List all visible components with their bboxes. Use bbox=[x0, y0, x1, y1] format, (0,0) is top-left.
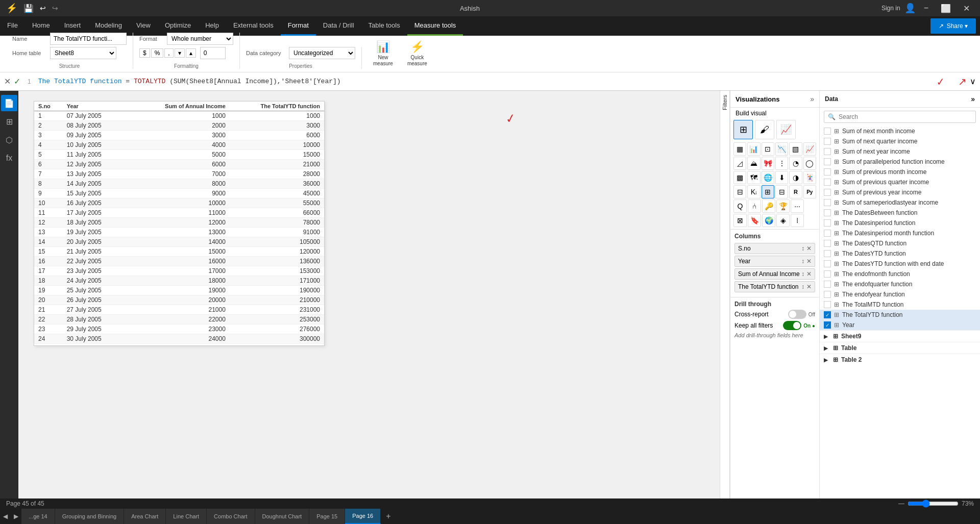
column-sno[interactable]: S.no ↕ ✕ bbox=[734, 243, 815, 254]
add-tab-button[interactable]: + bbox=[381, 509, 396, 524]
tab-grouping-binning[interactable]: Grouping and Binning bbox=[55, 509, 124, 524]
column-year-close-icon[interactable]: ✕ bbox=[806, 258, 812, 265]
data-item[interactable]: ⊞Sum of previous year income bbox=[820, 187, 980, 197]
tab-area-chart[interactable]: Area Chart bbox=[124, 509, 166, 524]
column-sno-close-icon[interactable]: ✕ bbox=[806, 245, 812, 252]
data-group-item[interactable]: ▶⊞Sheet9 bbox=[820, 330, 980, 342]
tab-next-button[interactable]: ▶ bbox=[11, 509, 21, 524]
redo-icon[interactable]: ↪ bbox=[52, 4, 58, 12]
data-item[interactable]: ⊞The endofyear function bbox=[820, 289, 980, 300]
column-ytd-close-icon[interactable]: ✕ bbox=[806, 283, 812, 290]
tab-prev-button[interactable]: ◀ bbox=[0, 509, 11, 524]
save-icon[interactable]: 💾 bbox=[23, 4, 34, 13]
data-item[interactable]: ⊞Sum of previous month income bbox=[820, 167, 980, 177]
viz-funnel-btn[interactable]: ⬇ bbox=[775, 171, 788, 184]
viz-expand-icon[interactable]: » bbox=[810, 95, 814, 103]
viz-map-btn[interactable]: 🗺 bbox=[747, 171, 760, 184]
viz-pie-btn[interactable]: ◔ bbox=[789, 157, 802, 170]
data-item[interactable]: ⊞The endofmonth function bbox=[820, 269, 980, 279]
sidebar-model-icon[interactable]: ⬡ bbox=[1, 132, 17, 148]
viz-dots-btn[interactable]: ⁞ bbox=[791, 214, 804, 227]
menu-format[interactable]: Format bbox=[281, 16, 316, 36]
column-annual-income[interactable]: Sum of Annual Income ↕ ✕ bbox=[734, 268, 815, 280]
viz-100col-btn[interactable]: ▧ bbox=[789, 142, 802, 156]
viz-bar-chart-btn[interactable]: 📊 bbox=[747, 142, 760, 156]
data-collapse-icon[interactable]: » bbox=[971, 95, 975, 103]
minimize-button[interactable]: − bbox=[920, 3, 933, 14]
viz-line-chart-btn[interactable]: 📈 bbox=[803, 142, 816, 156]
currency-dollar-btn[interactable]: $ bbox=[139, 48, 150, 58]
zoom-out-icon[interactable]: — bbox=[898, 500, 904, 507]
restore-button[interactable]: ⬜ bbox=[937, 3, 955, 14]
formula-expand-button[interactable]: ∨ bbox=[970, 77, 976, 86]
viz-gauge-btn[interactable]: ◑ bbox=[789, 171, 802, 184]
menu-table-tools[interactable]: Table tools bbox=[361, 16, 407, 36]
viz-100bar-btn[interactable]: ⊡ bbox=[762, 142, 774, 156]
sidebar-report-icon[interactable]: 📄 bbox=[1, 95, 17, 111]
data-item[interactable]: ⊞The DatesYTD function bbox=[820, 248, 980, 259]
filters-label[interactable]: Filters bbox=[722, 95, 728, 110]
viz-trophy-btn[interactable]: 🏆 bbox=[776, 199, 790, 213]
viz-bookmark-btn[interactable]: 🔖 bbox=[748, 214, 761, 227]
viz-ribbon-btn[interactable]: 🎀 bbox=[762, 157, 774, 170]
viz-treemap-btn[interactable]: ▩ bbox=[733, 171, 746, 184]
currency-decimal-up-btn[interactable]: ▴ bbox=[186, 48, 196, 58]
viz-scatter-btn[interactable]: ⋮ bbox=[775, 157, 788, 170]
user-icon[interactable]: 👤 bbox=[904, 3, 916, 14]
viz-area2-btn[interactable]: ⛰ bbox=[747, 157, 760, 170]
viz-table-btn[interactable]: ⊞ bbox=[733, 120, 753, 139]
viz-donut-btn[interactable]: ◯ bbox=[803, 157, 816, 170]
viz-r-btn[interactable]: R bbox=[789, 185, 802, 198]
menu-data-drill[interactable]: Data / Drill bbox=[316, 16, 361, 36]
currency-comma-btn[interactable]: , bbox=[164, 48, 173, 58]
column-income-close-icon[interactable]: ✕ bbox=[806, 270, 812, 278]
zoom-slider[interactable] bbox=[908, 500, 959, 508]
viz-filled-map-btn[interactable]: 🌐 bbox=[762, 171, 774, 184]
currency-percent-btn[interactable]: % bbox=[151, 48, 164, 58]
viz-stacked-bar-btn[interactable]: ▦ bbox=[733, 142, 746, 156]
data-item[interactable]: ✓⊞The TotalYTD function bbox=[820, 310, 980, 320]
column-year-sort-icon[interactable]: ↕ bbox=[801, 258, 804, 265]
sidebar-table-icon[interactable]: ⊞ bbox=[1, 113, 17, 130]
name-input[interactable] bbox=[50, 33, 127, 45]
viz-globe-btn[interactable]: 🌍 bbox=[762, 214, 775, 227]
viz-analytics-btn[interactable]: 📈 bbox=[776, 120, 796, 139]
tab-combo-chart[interactable]: Combo Chart bbox=[207, 509, 255, 524]
data-item[interactable]: ⊞Sum of sameperiodlastyear income bbox=[820, 197, 980, 208]
decimal-input[interactable] bbox=[200, 47, 226, 59]
viz-format-btn[interactable]: 🖌 bbox=[755, 120, 774, 139]
new-measure-button[interactable]: 📊 Newmeasure bbox=[368, 38, 398, 69]
home-table-select[interactable]: Sheet8 bbox=[50, 47, 116, 59]
viz-multirow-btn[interactable]: ⊟ bbox=[733, 185, 746, 198]
data-group-item[interactable]: ▶⊞Table bbox=[820, 342, 980, 354]
sidebar-dax-icon[interactable]: fx bbox=[1, 150, 17, 166]
viz-more-btn[interactable]: ··· bbox=[791, 199, 804, 213]
undo-icon[interactable]: ↩ bbox=[40, 4, 46, 12]
tab-line-chart[interactable]: Line Chart bbox=[166, 509, 207, 524]
tab-page14[interactable]: ...ge 14 bbox=[21, 509, 55, 524]
viz-decomp-btn[interactable]: ⑃ bbox=[748, 199, 761, 213]
data-item[interactable]: ⊞Sum of next quarter income bbox=[820, 136, 980, 146]
tab-page15[interactable]: Page 15 bbox=[309, 509, 345, 524]
data-item[interactable]: ⊞The DatesYTD function with end date bbox=[820, 259, 980, 269]
search-input[interactable] bbox=[824, 111, 976, 123]
data-item[interactable]: ⊞The endofquarter function bbox=[820, 279, 980, 289]
data-category-select[interactable]: Uncategorized bbox=[289, 47, 355, 59]
sign-in-label[interactable]: Sign in bbox=[881, 5, 900, 12]
data-item[interactable]: ⊞Sum of previous quarter income bbox=[820, 177, 980, 187]
format-select[interactable]: Whole number bbox=[167, 33, 233, 45]
viz-col-chart-btn[interactable]: 📉 bbox=[775, 142, 788, 156]
keep-filters-toggle[interactable] bbox=[783, 321, 801, 330]
tab-page16[interactable]: Page 16 bbox=[345, 509, 381, 524]
viz-slicer-btn[interactable]: ⊠ bbox=[733, 214, 747, 227]
data-item[interactable]: ⊞Sum of next month income bbox=[820, 126, 980, 136]
viz-py-btn[interactable]: Py bbox=[803, 185, 816, 198]
data-item[interactable]: ⊞The DatesQTD function bbox=[820, 238, 980, 248]
data-item[interactable]: ⊞The TotalMTD function bbox=[820, 300, 980, 310]
viz-matrix-btn[interactable]: ⊟ bbox=[775, 185, 788, 198]
formula-check-button[interactable]: ✓ bbox=[14, 77, 20, 86]
data-item[interactable]: ✓⊞Year bbox=[820, 320, 980, 330]
viz-card-btn[interactable]: 🃏 bbox=[803, 171, 816, 184]
data-group-item[interactable]: ▶⊞Table 2 bbox=[820, 354, 980, 365]
menu-measure-tools[interactable]: Measure tools bbox=[407, 16, 463, 36]
